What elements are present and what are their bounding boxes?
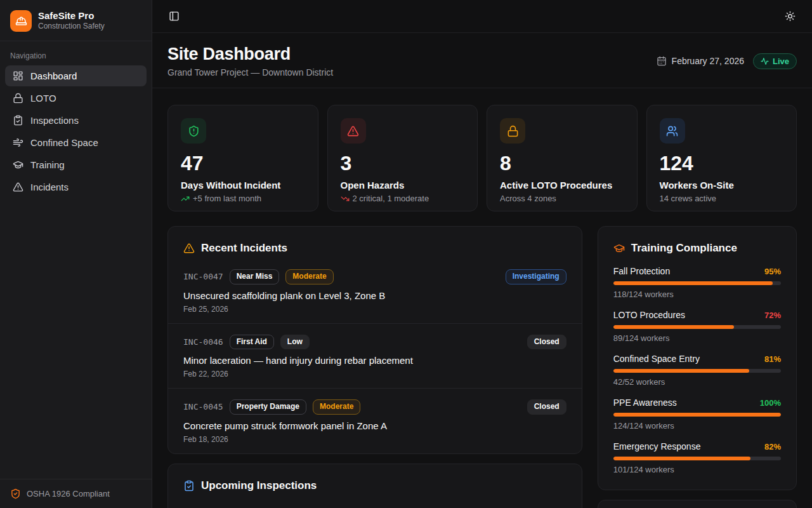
sidebar-item-label: Dashboard	[30, 70, 77, 81]
training-workers: 118/124 workers	[613, 290, 781, 299]
theme-toggle-button[interactable]	[782, 8, 798, 24]
clipboard-check-icon	[13, 115, 23, 126]
stat-card-workers-on-site: 124 Workers On-Site 14 crews active	[646, 105, 797, 211]
training-row: LOTO Procedures 72% 89/124 workers	[613, 310, 781, 343]
compliance-footer: OSHA 1926 Compliant	[0, 479, 152, 508]
sidebar-item-dashboard[interactable]: Dashboard	[5, 65, 147, 86]
training-label: Emergency Response	[613, 441, 701, 451]
training-workers: 101/124 workers	[613, 465, 781, 474]
page-title: Site Dashboard	[167, 44, 333, 64]
incident-date: Feb 22, 2026	[183, 370, 566, 378]
calendar-icon	[657, 56, 667, 66]
panel-left-icon	[169, 11, 180, 22]
sidebar-item-confined-space[interactable]: Confined Space	[5, 132, 147, 153]
panel-title: Training Compliance	[631, 242, 737, 255]
incident-description: Minor laceration — hand injury during re…	[183, 355, 566, 366]
alert-triangle-icon	[183, 243, 195, 254]
page-header: Site Dashboard Grand Tower Project — Dow…	[152, 33, 812, 88]
layout-dashboard-icon	[13, 70, 23, 81]
stat-value: 47	[181, 152, 305, 175]
training-percent: 100%	[760, 398, 781, 408]
stat-sub-text: 14 crews active	[660, 194, 717, 203]
training-workers: 89/124 workers	[613, 333, 781, 343]
app-name: SafeSite Pro	[38, 10, 105, 22]
incident-severity-badge: Moderate	[285, 269, 333, 284]
stat-sub-text: Across 4 zones	[500, 194, 556, 203]
live-label: Live	[773, 57, 789, 66]
progress-bar	[613, 457, 781, 460]
wind-icon	[13, 137, 23, 148]
stat-sub-text: 2 critical, 1 moderate	[353, 194, 429, 203]
incident-id: INC-0047	[183, 272, 223, 281]
training-label: LOTO Procedures	[613, 310, 685, 320]
training-workers: 124/124 workers	[613, 421, 781, 431]
stat-value: 8	[500, 152, 624, 175]
hard-hat-icon	[15, 15, 27, 27]
training-row: PPE Awareness 100% 124/124 workers	[613, 398, 781, 431]
page-subtitle: Grand Tower Project — Downtown District	[167, 67, 333, 77]
stat-label: Open Hazards	[341, 180, 465, 190]
incident-row[interactable]: INC-0047 Near Miss Moderate Investigatin…	[168, 258, 582, 323]
training-percent: 81%	[764, 354, 781, 364]
panel-title: Upcoming Inspections	[201, 479, 317, 492]
incident-severity-badge: Moderate	[313, 399, 360, 415]
incident-row[interactable]: INC-0045 Property Damage Moderate Closed…	[168, 388, 582, 453]
training-percent: 82%	[764, 442, 781, 451]
lock-icon	[500, 118, 525, 144]
next-panel-cutoff	[598, 500, 797, 508]
sidebar: SafeSite Pro Construction Safety Navigat…	[0, 0, 152, 508]
training-row: Emergency Response 82% 101/124 workers	[613, 441, 781, 474]
app-tagline: Construction Safety	[38, 22, 105, 32]
sidebar-item-loto[interactable]: LOTO	[5, 88, 147, 109]
incident-type-badge: Near Miss	[230, 269, 280, 284]
stat-value: 3	[341, 152, 465, 175]
incident-type-badge: First Aid	[230, 335, 274, 350]
progress-bar	[613, 369, 781, 373]
incident-id: INC-0045	[183, 402, 223, 411]
sidebar-item-training[interactable]: Training	[5, 154, 147, 175]
sidebar-item-incidents[interactable]: Incidents	[5, 177, 147, 197]
training-label: PPE Awareness	[613, 398, 677, 408]
stat-sub-text: +5 from last month	[193, 194, 261, 203]
stat-card-open-hazards: 3 Open Hazards 2 critical, 1 moderate	[327, 105, 478, 211]
incident-description: Concrete pump struck formwork panel in Z…	[183, 420, 566, 431]
clipboard-check-icon	[183, 480, 195, 491]
shield-alert-icon	[181, 118, 206, 144]
compliance-label: OSHA 1926 Compliant	[27, 489, 110, 498]
sidebar-toggle-button[interactable]	[166, 8, 182, 24]
nav-section-label: Navigation	[0, 41, 152, 65]
sidebar-nav: Dashboard LOTO Inspections Confined Spac…	[0, 65, 152, 197]
stat-card-days-without-incident: 47 Days Without Incident +5 from last mo…	[167, 105, 318, 211]
dashboard-content: 47 Days Without Incident +5 from last mo…	[152, 88, 812, 508]
sidebar-item-label: Inspections	[30, 115, 79, 126]
main-area: Site Dashboard Grand Tower Project — Dow…	[152, 0, 812, 508]
sidebar-item-inspections[interactable]: Inspections	[5, 110, 147, 131]
incident-date: Feb 25, 2026	[183, 305, 566, 314]
live-status-badge: Live	[753, 53, 797, 69]
stat-label: Days Without Incident	[181, 180, 305, 190]
incident-severity-badge: Low	[280, 335, 310, 350]
training-compliance-panel: Training Compliance Fall Protection 95% …	[598, 226, 797, 490]
upcoming-inspections-panel: Upcoming Inspections	[167, 464, 582, 508]
incident-description: Unsecured scaffolding plank on Level 3, …	[183, 290, 566, 301]
topbar	[152, 0, 812, 33]
incident-row[interactable]: INC-0046 First Aid Low Closed Minor lace…	[168, 323, 582, 389]
users-icon	[660, 118, 685, 144]
incident-status-badge: Closed	[527, 335, 566, 350]
sun-icon	[785, 11, 796, 22]
progress-bar	[613, 281, 781, 285]
lock-icon	[13, 93, 23, 104]
progress-bar	[613, 413, 781, 417]
trending-down-icon	[341, 194, 350, 203]
panel-title: Recent Incidents	[201, 242, 287, 255]
incident-status-badge: Investigating	[506, 269, 566, 284]
stat-card-active-loto: 8 Active LOTO Procedures Across 4 zones	[487, 105, 638, 211]
training-label: Fall Protection	[613, 266, 670, 276]
incident-id: INC-0046	[183, 337, 223, 347]
training-row: Fall Protection 95% 118/124 workers	[613, 266, 781, 299]
graduation-cap-icon	[613, 243, 625, 254]
progress-bar	[613, 325, 781, 329]
sidebar-item-label: Incidents	[30, 182, 69, 192]
sidebar-item-label: Training	[30, 159, 65, 170]
incident-status-badge: Closed	[527, 399, 566, 415]
